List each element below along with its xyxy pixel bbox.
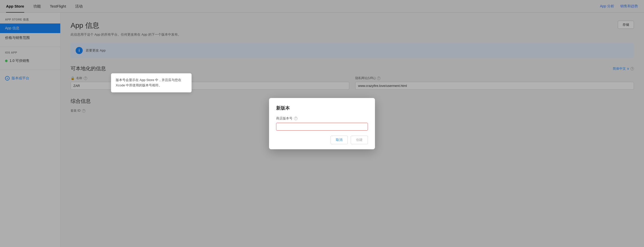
modal-title: 新版本: [276, 105, 368, 111]
version-label-text: 商店版本号: [276, 116, 292, 121]
new-version-modal: 新版本 商店版本号 ? 取消 创建: [269, 98, 375, 149]
create-button[interactable]: 创建: [351, 136, 368, 144]
modal-overlay[interactable]: 新版本 商店版本号 ? 取消 创建 版本号会显示在 App Store 中，并且…: [0, 0, 644, 247]
modal-actions: 取消 创建: [276, 136, 368, 144]
version-field-label: 商店版本号 ?: [276, 116, 368, 121]
version-number-input[interactable]: [276, 123, 368, 131]
version-tooltip: 版本号会显示在 App Store 中，并且应与您在 Xcode 中所使用的版本…: [111, 73, 192, 92]
version-help-icon[interactable]: ?: [294, 117, 298, 120]
cancel-button[interactable]: 取消: [331, 136, 348, 144]
tooltip-text: 版本号会显示在 App Store 中，并且应与您在 Xcode 中所使用的版本…: [116, 78, 181, 87]
